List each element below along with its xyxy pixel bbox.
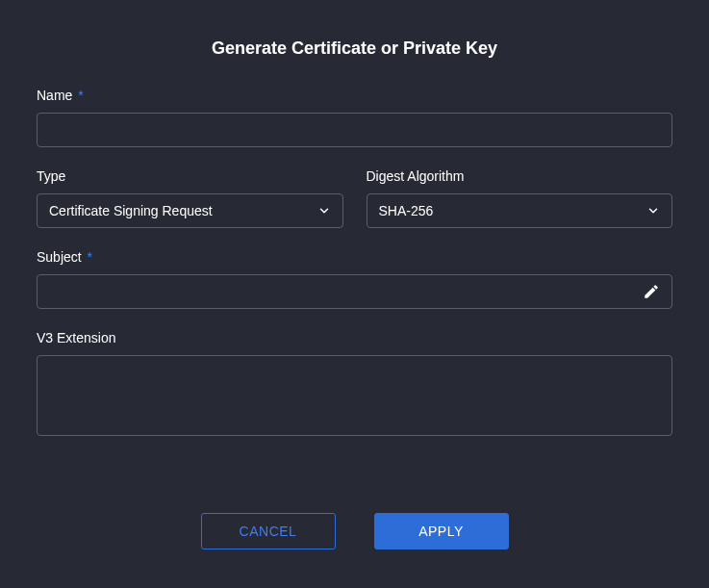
chevron-down-icon [317,204,331,217]
cancel-button[interactable]: CANCEL [201,513,336,550]
page-title: Generate Certificate or Private Key [37,38,672,59]
name-label-text: Name [37,88,72,103]
subject-field-group: Subject * [37,249,672,309]
subject-label: Subject * [37,249,672,265]
digest-select[interactable]: SHA-256 [367,193,673,228]
type-select[interactable]: Certificate Signing Request [37,193,343,228]
button-row: CANCEL APPLY [0,513,709,550]
v3ext-field-group: V3 Extension [37,330,672,440]
name-label: Name * [37,88,672,103]
pencil-icon [643,283,660,300]
type-select-value: Certificate Signing Request [49,203,213,218]
type-label: Type [37,168,343,184]
name-input[interactable] [37,113,672,147]
required-asterisk: * [88,249,92,265]
digest-select-value: SHA-256 [379,203,434,218]
type-field-group: Type Certificate Signing Request [37,168,343,228]
digest-field-group: Digest Algorithm SHA-256 [367,168,673,228]
v3ext-label: V3 Extension [37,330,672,345]
subject-label-text: Subject [37,249,82,265]
name-field-group: Name * [37,88,672,147]
digest-label: Digest Algorithm [367,168,673,184]
apply-button[interactable]: APPLY [374,513,509,550]
v3ext-textarea[interactable] [37,355,672,436]
chevron-down-icon [646,204,660,217]
subject-input[interactable] [37,274,672,309]
required-asterisk: * [78,88,83,103]
